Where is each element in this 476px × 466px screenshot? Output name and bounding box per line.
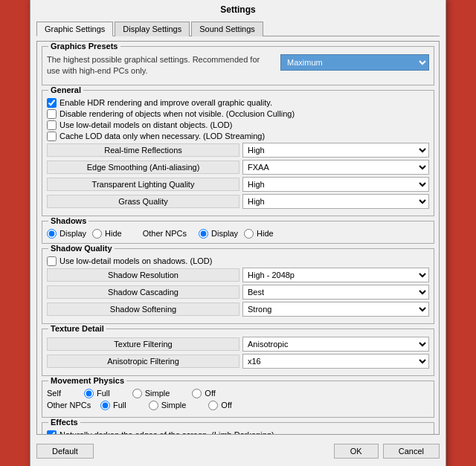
npcs-hide-radio: Hide — [244, 229, 274, 239]
checkbox-shadow-lod: Use low-detail models on shadows. (LOD) — [47, 256, 429, 266]
bottom-buttons: Default OK Cancel — [36, 441, 440, 462]
graphics-presets-group: Graphics Presets The highest possible gr… — [42, 46, 434, 85]
npcs-simple-radio-input[interactable] — [149, 401, 158, 410]
self-simple-radio-input[interactable] — [132, 389, 142, 398]
shadows-options-row: Display Hide Other NPCs Display Hide — [47, 229, 429, 239]
checkbox-limb-darkening-input[interactable] — [47, 430, 57, 435]
checkbox-culling-input[interactable] — [47, 109, 57, 119]
checkbox-limb-darkening-label: Naturally darken the edges of the screen… — [60, 430, 274, 435]
setting-shadow-softening: Shadow Softening StrongSoftOff — [47, 302, 429, 317]
checkbox-shadow-lod-input[interactable] — [47, 256, 57, 266]
texture-filtering-label: Texture Filtering — [47, 337, 239, 351]
npcs-simple-radio-label: Simple — [161, 401, 187, 410]
npcs-off-radio-input[interactable] — [208, 401, 218, 410]
tab-bar: Graphic Settings Display Settings Sound … — [36, 21, 440, 36]
self-full-radio: Full — [84, 389, 110, 398]
self-hide-radio-label: Hide — [105, 229, 122, 238]
effects-label: Effects — [48, 418, 80, 427]
shadow-resolution-label: Shadow Resolution — [47, 268, 239, 282]
shadows-label: Shadows — [48, 216, 89, 225]
checkbox-lod-stream-input[interactable] — [47, 132, 57, 141]
checkbox-shadow-lod-label: Use low-detail models on shadows. (LOD) — [60, 256, 212, 265]
ok-button[interactable]: OK — [334, 444, 379, 459]
default-button[interactable]: Default — [36, 444, 94, 459]
npcs-full-radio: Full — [100, 401, 126, 410]
general-group: General Enable HDR rendering and improve… — [42, 90, 434, 216]
self-off-radio: Off — [192, 389, 215, 398]
checkbox-culling: Disable rendering of objects when not vi… — [47, 109, 429, 119]
self-simple-radio-label: Simple — [145, 389, 170, 398]
setting-reflections: Real-time Reflections HighMediumLowOff — [47, 143, 429, 158]
shadows-group: Shadows Display Hide Other NPCs Display — [42, 221, 434, 244]
tab-graphic[interactable]: Graphic Settings — [36, 22, 113, 36]
checkbox-lod: Use low-detail models on distant objects… — [47, 120, 429, 130]
npcs-hide-radio-input[interactable] — [244, 229, 254, 239]
checkbox-hdr-label: Enable HDR rendering and improve overall… — [60, 98, 272, 107]
self-display-radio: Display — [47, 229, 86, 239]
transparent-lighting-select[interactable]: HighMediumLow — [242, 177, 429, 192]
tab-content: Graphics Presets The highest possible gr… — [36, 41, 440, 435]
anisotropic-filtering-label: Anisotropic Filtering — [47, 355, 239, 368]
preset-description: The highest possible graphical settings.… — [47, 54, 274, 77]
self-hide-radio: Hide — [92, 229, 122, 239]
grass-label: Grass Quality — [47, 195, 239, 208]
npcs-hide-radio-label: Hide — [257, 229, 274, 238]
checkbox-limb-darkening: Naturally darken the edges of the screen… — [47, 430, 429, 435]
shadow-resolution-select[interactable]: High - 2048pLow - 512pMedium - 1024pUltr… — [242, 268, 429, 282]
npcs-off-radio-label: Off — [221, 401, 231, 410]
self-hide-radio-input[interactable] — [92, 229, 102, 239]
transparent-lighting-label: Transparent Lighting Quality — [47, 178, 239, 191]
setting-texture-filtering: Texture Filtering AnisotropicBilinearTri… — [47, 337, 429, 352]
reflections-label: Real-time Reflections — [47, 143, 239, 157]
shadow-quality-group: Shadow Quality Use low-detail models on … — [42, 248, 434, 324]
checkbox-lod-stream: Cache LOD data only when necessary. (LOD… — [47, 132, 429, 141]
dialog-title: Settings — [36, 4, 440, 15]
texture-filtering-select[interactable]: AnisotropicBilinearTrilinear — [242, 337, 429, 352]
movement-self-row: Self Full Simple Off — [47, 389, 429, 398]
npcs-off-radio: Off — [208, 401, 231, 410]
checkbox-hdr: Enable HDR rendering and improve overall… — [47, 98, 429, 108]
npcs-full-radio-label: Full — [113, 401, 126, 410]
movement-physics-label: Movement Physics — [48, 376, 126, 385]
checkbox-lod-stream-label: Cache LOD data only when necessary. (LOD… — [60, 132, 265, 140]
texture-detail-group: Texture Detail Texture Filtering Anisotr… — [42, 329, 434, 376]
setting-transparent-lighting: Transparent Lighting Quality HighMediumL… — [47, 177, 429, 192]
self-simple-radio: Simple — [132, 389, 170, 398]
shadow-cascading-label: Shadow Cascading — [47, 285, 239, 299]
shadow-softening-label: Shadow Softening — [47, 302, 239, 316]
npcs-display-radio-label: Display — [211, 229, 238, 238]
tab-display[interactable]: Display Settings — [115, 22, 190, 36]
tab-sound[interactable]: Sound Settings — [191, 22, 263, 36]
movement-npcs-row: Other NPCs Full Simple Off — [47, 401, 429, 410]
reflections-select[interactable]: HighMediumLowOff — [242, 143, 429, 158]
checkbox-lod-input[interactable] — [47, 120, 57, 130]
self-display-radio-label: Display — [60, 229, 86, 238]
npcs-full-radio-input[interactable] — [100, 401, 110, 410]
cancel-button[interactable]: Cancel — [383, 444, 440, 459]
antialiasing-label: Edge Smoothing (Anti-aliasing) — [47, 161, 239, 174]
setting-shadow-cascading: Shadow Cascading BestGoodOff — [47, 285, 429, 300]
self-off-radio-input[interactable] — [192, 389, 202, 398]
texture-detail-label: Texture Detail — [48, 324, 106, 333]
checkbox-lod-label: Use low-detail models on distant objects… — [60, 120, 232, 129]
preset-select[interactable]: Maximum High Medium Low — [280, 54, 429, 71]
self-full-radio-input[interactable] — [84, 389, 94, 398]
effects-group: Effects Naturally darken the edges of th… — [42, 422, 434, 435]
shadow-quality-label: Shadow Quality — [48, 244, 115, 253]
setting-grass: Grass Quality HighMediumLowOff — [47, 194, 429, 209]
checkbox-hdr-input[interactable] — [47, 98, 57, 108]
other-npcs-label: Other NPCs — [143, 229, 187, 238]
self-display-radio-input[interactable] — [47, 229, 57, 239]
setting-shadow-resolution: Shadow Resolution High - 2048pLow - 512p… — [47, 268, 429, 282]
movement-self-label: Self — [47, 389, 84, 398]
general-label: General — [48, 85, 83, 94]
npcs-display-radio-input[interactable] — [199, 229, 208, 239]
antialiasing-select[interactable]: FXAAOffMSAA x2MSAA x4 — [242, 160, 429, 175]
grass-select[interactable]: HighMediumLowOff — [242, 194, 429, 209]
shadow-softening-select[interactable]: StrongSoftOff — [242, 302, 429, 317]
shadow-cascading-select[interactable]: BestGoodOff — [242, 285, 429, 300]
self-full-radio-label: Full — [97, 389, 110, 398]
preset-row: The highest possible graphical settings.… — [47, 54, 429, 77]
npcs-simple-radio: Simple — [149, 401, 187, 410]
anisotropic-filtering-select[interactable]: x16x1x2x4x8 — [242, 354, 429, 369]
